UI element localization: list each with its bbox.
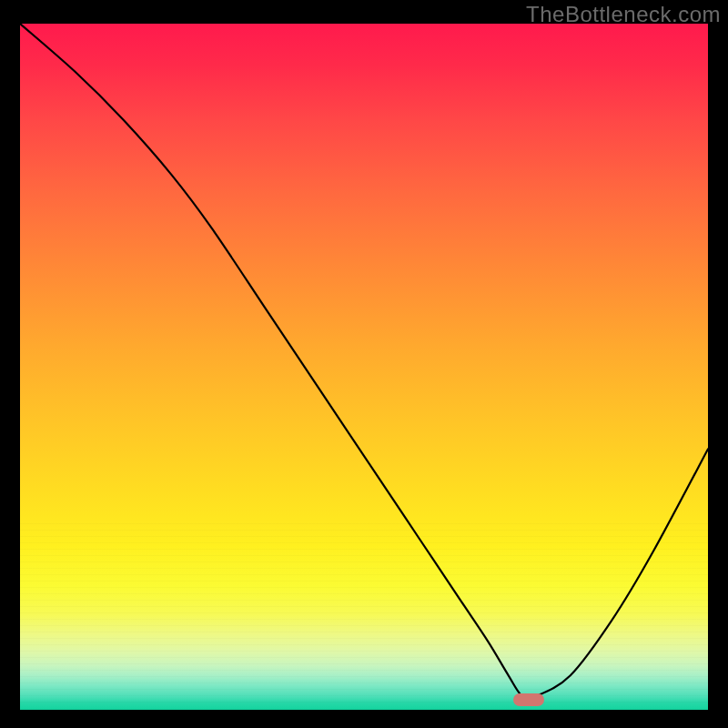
curve-path — [20, 24, 708, 699]
chart-frame: TheBottleneck.com — [0, 0, 728, 728]
plot-area — [20, 24, 708, 710]
optimal-marker — [513, 693, 544, 706]
watermark-text: TheBottleneck.com — [526, 2, 721, 27]
bottleneck-curve — [20, 24, 708, 710]
